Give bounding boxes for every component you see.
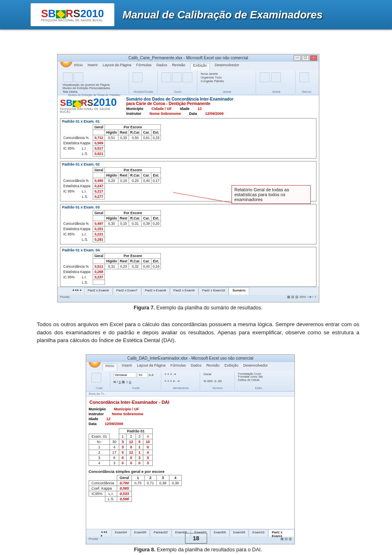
group-label-window2: Janela xyxy=(259,90,293,93)
stat-block: Padrão 01 x Exam. 03 GeralPor Escore Híg… xyxy=(60,204,316,244)
sheet-tab[interactable]: Pad2 x Exam7 xyxy=(113,287,141,295)
tab-dados[interactable]: Dados xyxy=(156,63,167,70)
dai-crosstab: Padrão 01 Exam. 01 1234 N=30 312510 1430… xyxy=(89,428,153,466)
figure-8-caption: Figura 8. Exemplo da planilha de resulta… xyxy=(37,547,359,553)
figure-8-caption-text: Exemplo da planilha de resultados para o… xyxy=(155,547,262,553)
tab-inserir[interactable]: Inserir xyxy=(88,63,98,70)
sheet-nav-icon[interactable]: ◂ ◂ ▸ ▸ xyxy=(98,529,111,537)
italic-icon[interactable]: I xyxy=(117,380,118,384)
font-name-input[interactable] xyxy=(114,372,136,378)
sheet-tab[interactable]: Exam09 xyxy=(229,529,249,537)
view-icons[interactable]: ▦ ▤ ▥ xyxy=(287,295,298,299)
pagelayout-icon[interactable] xyxy=(74,72,83,82)
arrange-all[interactable]: Organizar Tudo xyxy=(200,76,253,79)
show-hide-icon[interactable] xyxy=(133,72,143,82)
tab-revisao[interactable]: Revisão xyxy=(172,63,185,70)
minimize-icon[interactable]: — xyxy=(294,55,301,61)
status-bar: Pronto ▦ ▤ ▥ 80% ─●─ + xyxy=(58,295,319,302)
tab-layout[interactable]: Layout da Página xyxy=(137,363,166,371)
ic95-label: IC95% xyxy=(89,491,105,496)
tab-desenvolvedor[interactable]: Desenvolvedor xyxy=(215,63,239,70)
group-label-macros: Macros xyxy=(299,90,314,93)
crosstab-row-header: Exam. 01 xyxy=(89,434,110,439)
sheet-tab[interactable]: Pad2 x Exam8 xyxy=(141,287,170,295)
new-window[interactable]: Nova Janela xyxy=(200,72,253,76)
cell-styles[interactable]: Estilos de Célula xyxy=(238,378,279,382)
number-format[interactable]: Geral xyxy=(203,372,232,376)
group-label-alignment: Alinhamento xyxy=(165,387,197,389)
callout-box: Relatório Geral de todas as estatísticas… xyxy=(232,185,311,204)
sheet-tab[interactable]: Padrao02 xyxy=(150,529,172,537)
sheet-tab[interactable]: Exam08 xyxy=(210,529,229,537)
excel-titlebar: Calib_DAD_InterExaminador.xlsx - Microso… xyxy=(86,355,294,362)
data-value: 12/09/2009 xyxy=(205,112,224,116)
stat-block: Padrão 01 x Exam. 01 GeralPor Escore Híg… xyxy=(60,118,316,159)
sheet-tab-active[interactable]: Sumário xyxy=(229,287,249,295)
tab-formulas[interactable]: Fórmulas xyxy=(171,363,186,371)
tab-inicio[interactable]: Início xyxy=(74,63,83,70)
stat-block: Padrão 01 x Exam. 04 GeralPor Escore Híg… xyxy=(60,247,316,287)
macros-icon[interactable] xyxy=(299,72,309,82)
zoomsel-icon[interactable] xyxy=(183,72,192,82)
ribbon-tabs: Início Inserir Layout da Página Fórmulas… xyxy=(58,62,319,70)
tab-inicio[interactable]: Início xyxy=(102,363,117,371)
figure-8: Calib_DAD_InterExaminador.xlsx - Microso… xyxy=(86,354,295,544)
view-icons[interactable]: ▦ ▤ ▥ xyxy=(281,537,292,544)
logo-sbrs: SBRS2010 xyxy=(41,8,104,19)
sheet-tab-active[interactable]: Pad1 x Exam1 xyxy=(268,529,294,537)
summary-title-2: para Cárie de Coroa - Dentição Permanent… xyxy=(126,101,210,106)
dai-instrutor-value: Nome Sobrenome xyxy=(112,412,143,416)
header-banner: SBRS2010 PESQUISA NACIONAL DE SAÚDE BUCA… xyxy=(0,0,392,29)
sheet-tab[interactable]: Exam10 xyxy=(249,529,268,537)
dai-concordance-table: Geral1234 Concordância 0,700 0,750,710,3… xyxy=(89,475,182,502)
font-size-input[interactable] xyxy=(137,372,148,378)
figure-8-caption-bold: Figura 8. xyxy=(134,547,155,553)
maximize-icon[interactable]: ▢ xyxy=(302,55,309,61)
dai-idade-label: Idade xyxy=(89,417,98,421)
fullscreen[interactable]: Tela Inteira xyxy=(62,90,110,94)
tab-inserir[interactable]: Inserir xyxy=(122,363,132,371)
format-table[interactable]: Formatar como Tab xyxy=(238,375,279,378)
tab-formulas[interactable]: Fórmulas xyxy=(136,63,152,70)
tab-revisao[interactable]: Revisão xyxy=(206,363,220,371)
paste-icon[interactable] xyxy=(91,373,101,383)
sheet-tab[interactable]: Exam04 xyxy=(111,529,131,537)
underline-icon[interactable]: S xyxy=(118,380,120,384)
tab-exibicao[interactable]: Exibição xyxy=(225,363,238,371)
cond-format[interactable]: Formatação Cond xyxy=(238,372,279,376)
dai-data-label: Data xyxy=(89,422,97,426)
close-icon[interactable]: × xyxy=(310,55,317,61)
sheet-nav-icon[interactable]: ◂ ◂ ▸ ▸ xyxy=(70,287,84,295)
dai-municipio-label: Município xyxy=(89,407,106,411)
sheet-logo: SBRS2010 PESQUISA NACIONAL DE SAÚDE BUCA… xyxy=(60,97,121,116)
group-label-number: Número xyxy=(203,387,232,389)
sheet-tabs: ◂ ◂ ▸ ▸ Pad2 x Exam6 Pad2 x Exam7 Pad2 x… xyxy=(58,287,319,295)
tab-dados[interactable]: Dados xyxy=(191,363,201,371)
excel-title: Calib_DAD_InterExaminador.xlsx - Microso… xyxy=(127,356,253,360)
group-label-showhide: Mostrar/Ocultar xyxy=(132,90,155,93)
dai-instrutor-label: Instrutor xyxy=(89,412,104,416)
dai-municipio-value: Município / UF xyxy=(114,407,139,411)
tab-layout[interactable]: Layout da Página xyxy=(103,63,131,70)
normal-view-icon[interactable] xyxy=(63,72,73,82)
zoom100-icon[interactable] xyxy=(172,72,182,82)
concordance-label: Concordância xyxy=(89,480,117,486)
zoom-icon[interactable] xyxy=(161,72,171,82)
switch-windows-icon[interactable] xyxy=(271,72,281,82)
page-title: Manual de Calibração de Examinadores xyxy=(122,9,323,21)
tab-exibicao[interactable]: Exibição xyxy=(190,63,210,70)
sheet-tab[interactable]: Exam05 xyxy=(131,529,150,537)
dai-idade-value: 12 xyxy=(107,417,111,421)
sheet-logo-sub: PESQUISA NACIONAL DE SAÚDE BUCAL xyxy=(60,107,121,113)
tab-desenvolvedor[interactable]: Desenvolvedor xyxy=(243,363,268,371)
summary-title-1: Sumário dos Dados de Concordância Inter-… xyxy=(126,97,234,101)
excel-titlebar: Calib_Carie_Permanente.xlsx - Microsoft … xyxy=(58,54,319,62)
group-label-clipboard: Colar xyxy=(91,387,107,389)
dai-data-value: 12/09/2009 xyxy=(105,422,123,426)
sheet-tab[interactable]: Pad2 x Exam6 xyxy=(84,287,113,295)
sheet-tab[interactable]: Pad2 x Exam9 xyxy=(170,287,198,295)
sheet-tab[interactable]: Pad2 x Exam10 xyxy=(198,287,229,295)
save-workspace-icon[interactable] xyxy=(260,72,270,82)
freeze-panes[interactable]: Congelar Painéis xyxy=(200,79,253,83)
bold-icon[interactable]: N xyxy=(114,380,116,384)
